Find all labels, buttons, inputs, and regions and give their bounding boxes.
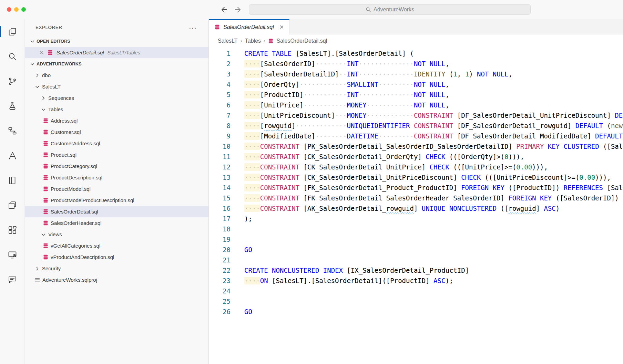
code-text: ····CONSTRAINT [CK_SalesOrderDetail_Orde… (231, 152, 524, 162)
more-actions-button[interactable]: ··· (189, 26, 197, 29)
code-token: [SalesLT].[Product] ([ProductID]), (603, 184, 623, 191)
tree-item-product-sql[interactable]: Product.sql (25, 149, 208, 160)
code-line[interactable]: 1CREATE TABLE [SalesLT].[SalesOrderDetai… (209, 48, 623, 59)
tree-item-tables[interactable]: Tables (25, 104, 208, 115)
minimize-window-button[interactable] (14, 7, 19, 12)
breadcrumb: SalesLT › Tables › SalesOrderDetail.sql (209, 34, 623, 48)
code-text: ····CONSTRAINT [CK_SalesOrderDetail_Unit… (231, 172, 611, 183)
activity-remote[interactable] (0, 242, 24, 267)
zoom-window-button[interactable] (21, 7, 26, 12)
code-line[interactable]: 16····CONSTRAINT [AK_SalesOrderDetail_ro… (209, 203, 623, 214)
tree-item-productmodel-sql[interactable]: ProductModel.sql (25, 183, 208, 195)
code-token: IDENTITY (414, 70, 446, 78)
code-editor[interactable]: 1CREATE TABLE [SalesLT].[SalesOrderDetai… (209, 48, 623, 364)
database-icon (43, 141, 49, 146)
code-line[interactable]: 21 (209, 255, 623, 265)
forward-button[interactable] (234, 6, 243, 14)
line-number: 24 (209, 286, 231, 296)
activity-pages[interactable] (0, 193, 24, 218)
close-window-button[interactable] (7, 7, 11, 12)
open-editor-label: SalesOrderDetail.sql (57, 50, 104, 55)
breadcrumb-item-file[interactable]: SalesOrderDetail.sql (276, 38, 327, 44)
tree-item-views[interactable]: Views (25, 229, 208, 240)
tree-item-customer-sql[interactable]: Customer.sql (25, 126, 208, 138)
tree-item-customeraddress-sql[interactable]: CustomerAddress.sql (25, 138, 208, 149)
activity-book[interactable] (0, 168, 24, 193)
command-center-search[interactable]: AdventureWorks (249, 4, 531, 15)
code-text: ····CONSTRAINT [FK_SalesOrderDetail_Sale… (231, 193, 623, 203)
code-line[interactable]: 10····CONSTRAINT [PK_SalesOrderDetail_Sa… (209, 141, 623, 152)
tab-salesorderdetail-sql[interactable]: SalesOrderDetail.sql (209, 19, 289, 34)
code-token: KEY (493, 184, 504, 191)
activity-azure[interactable] (0, 143, 24, 168)
activity-beaker[interactable] (0, 94, 24, 118)
code-line[interactable]: 9····[ModifiedDate]········DATETIME·····… (209, 131, 623, 141)
tree-item-vgetallcategories-sql[interactable]: vGetAllCategories.sql (25, 240, 208, 251)
code-line[interactable]: 3····[SalesOrderDetailID]··INT··········… (209, 69, 623, 79)
tree-item-sequences[interactable]: Sequences (25, 92, 208, 104)
code-line[interactable]: 18 (209, 224, 623, 234)
tree-item-productdescription-sql[interactable]: ProductDescription.sql (25, 172, 208, 183)
code-line[interactable]: 22CREATE NONCLUSTERED INDEX [IX_SalesOrd… (209, 265, 623, 275)
code-line[interactable]: 6····[UnitPrice]···········MONEY········… (209, 100, 623, 110)
tree-item-salesorderdetail-sql[interactable]: SalesOrderDetail.sql (25, 206, 208, 217)
code-line[interactable]: 12····CONSTRAINT [CK_SalesOrderDetail_Un… (209, 162, 623, 172)
code-line[interactable]: 5····[ProductID]···········INT··········… (209, 90, 623, 100)
activity-extensions[interactable] (0, 218, 24, 242)
code-token: DEFAULT (575, 122, 603, 129)
line-number: 25 (209, 296, 231, 306)
tree-item-saleslt[interactable]: SalesLT (25, 81, 208, 92)
back-button[interactable] (219, 6, 228, 14)
code-token (410, 122, 414, 129)
code-line[interactable]: 17); (209, 214, 623, 224)
breadcrumb-item-saleslt[interactable]: SalesLT (218, 38, 238, 44)
section-label: OPEN EDITORS (37, 39, 70, 44)
section-adventureworks[interactable]: ADVENTUREWORKS (25, 58, 208, 70)
code-line[interactable]: 15····CONSTRAINT [FK_SalesOrderDetail_Sa… (209, 193, 623, 203)
activity-source-control[interactable] (0, 69, 24, 94)
tree-item-productcategory-sql[interactable]: ProductCategory.sql (25, 160, 208, 172)
tab-close-button[interactable] (279, 24, 284, 30)
code-token: (([UnitPrice]>=( (449, 163, 516, 171)
code-token: ···· (244, 174, 260, 181)
code-line[interactable]: 7····[UnitPriceDiscount]···MONEY········… (209, 110, 623, 121)
close-icon[interactable] (39, 50, 44, 55)
code-line[interactable]: 26GO (209, 306, 623, 317)
code-line[interactable]: 11····CONSTRAINT [CK_SalesOrderDetail_Or… (209, 152, 623, 162)
code-line[interactable]: 8····[rowguid]·············UNIQUEIDENTIF… (209, 121, 623, 131)
open-editor-item[interactable]: SalesOrderDetail.sql SalesLT/Tables (25, 47, 208, 58)
activity-search[interactable] (0, 44, 24, 69)
code-line[interactable]: 23····ON [SalesLT].[SalesOrderDetail]([P… (209, 275, 623, 286)
activity-hierarchy[interactable] (0, 118, 24, 143)
code-text: ····[OrderQty]············SMALLINT······… (231, 79, 449, 90)
code-token: , (445, 81, 449, 88)
breadcrumb-item-tables[interactable]: Tables (245, 38, 261, 44)
code-token: , (445, 91, 449, 98)
tree-item-security[interactable]: Security (25, 263, 208, 274)
code-token: NOT (414, 60, 426, 67)
code-token: DEFAULT (595, 132, 623, 140)
code-line[interactable]: 25 (209, 296, 623, 306)
activity-feedback[interactable] (0, 267, 24, 292)
code-line[interactable]: 2····[SalesOrderID]········INT··········… (209, 59, 623, 69)
tree-item-salesorderheader-sql[interactable]: SalesOrderHeader.sql (25, 217, 208, 229)
tree-item-adventureworks-sqlproj[interactable]: AdventureWorks.sqlproj (25, 274, 208, 285)
code-token: INDEX (323, 267, 343, 274)
chevron-down-icon (30, 39, 35, 44)
section-open-editors[interactable]: OPEN EDITORS (25, 35, 208, 47)
code-token: [DF_SalesOrderDetail_ModifiedDate] (453, 132, 595, 140)
code-token: rowguid (509, 205, 536, 212)
tree-item-dbo[interactable]: dbo (25, 70, 208, 81)
code-text: ····[UnitPriceDiscount]···MONEY·········… (231, 110, 623, 121)
code-line[interactable]: 20GO (209, 245, 623, 255)
activity-explorer[interactable] (0, 19, 24, 44)
code-line[interactable]: 14····CONSTRAINT [FK_SalesOrderDetail_Pr… (209, 183, 623, 193)
tree-item-vproductanddescription-sql[interactable]: vProductAndDescription.sql (25, 251, 208, 263)
tree-item-address-sql[interactable]: Address.sql (25, 115, 208, 126)
tree-item-productmodelproductdescription-sql[interactable]: ProductModelProductDescription.sql (25, 195, 208, 206)
code-line[interactable]: 4····[OrderQty]············SMALLINT·····… (209, 79, 623, 90)
code-line[interactable]: 19 (209, 234, 623, 245)
feedback-icon (8, 275, 17, 284)
code-line[interactable]: 24 (209, 286, 623, 296)
code-line[interactable]: 13····CONSTRAINT [CK_SalesOrderDetail_Un… (209, 172, 623, 183)
